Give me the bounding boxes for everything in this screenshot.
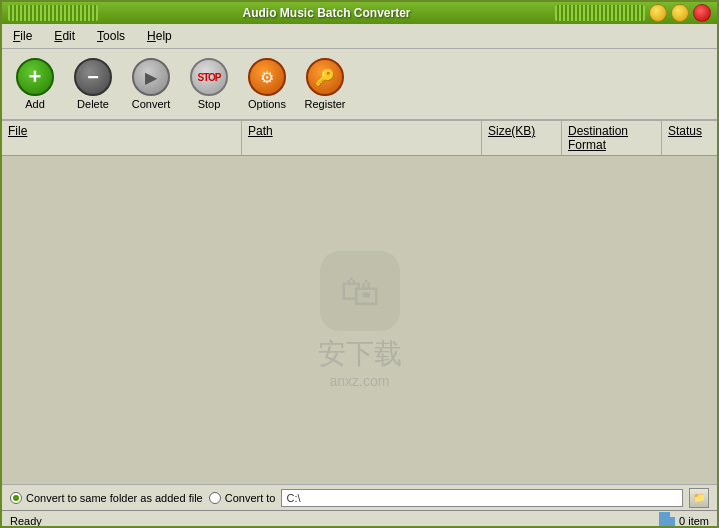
maximize-button[interactable] xyxy=(671,4,689,22)
delete-button[interactable]: − Delete xyxy=(66,58,120,110)
delete-icon: − xyxy=(74,58,112,96)
menu-help[interactable]: Help xyxy=(140,26,179,46)
radio-convert-to-label: Convert to xyxy=(225,492,276,504)
options-button[interactable]: ⚙ Options xyxy=(240,58,294,110)
convert-label: Convert xyxy=(132,98,171,110)
col-file[interactable]: File xyxy=(2,121,242,155)
add-button[interactable]: + Add xyxy=(8,58,62,110)
options-icon: ⚙ xyxy=(248,58,286,96)
radio-same-folder[interactable] xyxy=(10,492,22,504)
stop-icon: STOP xyxy=(190,58,228,96)
delete-label: Delete xyxy=(77,98,109,110)
col-size[interactable]: Size(KB) xyxy=(482,121,562,155)
col-path[interactable]: Path xyxy=(242,121,482,155)
browse-button[interactable]: 📁 xyxy=(689,488,709,508)
watermark-cn-text: 安下载 xyxy=(318,335,402,373)
register-label: Register xyxy=(305,98,346,110)
watermark-icon: 🛍 xyxy=(320,251,400,331)
item-count: 0 item xyxy=(679,515,709,527)
watermark-en-text: anxz.com xyxy=(330,373,390,389)
file-icon xyxy=(659,512,675,529)
menu-file[interactable]: File xyxy=(6,26,39,46)
status-item-count: 0 item xyxy=(659,512,709,529)
conversion-options-bar: Convert to same folder as added file Con… xyxy=(2,484,717,510)
col-dest-format[interactable]: Destination Format xyxy=(562,121,662,155)
app-title: Audio Music Batch Converter xyxy=(242,6,410,20)
menu-tools[interactable]: Tools xyxy=(90,26,132,46)
table-header: File Path Size(KB) Destination Format St… xyxy=(2,121,717,156)
toolbar: + Add − Delete ▶ Convert STOP Stop ⚙ Opt… xyxy=(2,49,717,121)
radio-convert-to[interactable] xyxy=(209,492,221,504)
stop-button[interactable]: STOP Stop xyxy=(182,58,236,110)
add-icon: + xyxy=(16,58,54,96)
title-left-decoration xyxy=(8,5,98,21)
window-controls xyxy=(555,4,711,22)
convert-button[interactable]: ▶ Convert xyxy=(124,58,178,110)
col-status[interactable]: Status xyxy=(662,121,719,155)
status-bar: Ready 0 item xyxy=(2,510,717,528)
register-button[interactable]: 🔑 Register xyxy=(298,58,352,110)
menu-edit[interactable]: Edit xyxy=(47,26,82,46)
convert-icon: ▶ xyxy=(132,58,170,96)
convert-to-path-input[interactable] xyxy=(281,489,683,507)
menu-bar: File Edit Tools Help xyxy=(2,24,717,49)
radio-group-2: Convert to xyxy=(209,492,276,504)
close-button[interactable] xyxy=(693,4,711,22)
radio-same-folder-label: Convert to same folder as added file xyxy=(26,492,203,504)
register-icon: 🔑 xyxy=(306,58,344,96)
title-bar: Audio Music Batch Converter xyxy=(2,2,717,24)
minimize-button[interactable] xyxy=(649,4,667,22)
add-label: Add xyxy=(25,98,45,110)
status-text: Ready xyxy=(10,515,42,527)
options-label: Options xyxy=(248,98,286,110)
file-list-area: 🛍 安下载 anxz.com xyxy=(2,156,717,484)
browse-icon: 📁 xyxy=(693,492,705,503)
watermark: 🛍 安下载 anxz.com xyxy=(318,251,402,389)
stop-label: Stop xyxy=(198,98,221,110)
radio-group-1: Convert to same folder as added file xyxy=(10,492,203,504)
title-right-decoration xyxy=(555,5,645,21)
